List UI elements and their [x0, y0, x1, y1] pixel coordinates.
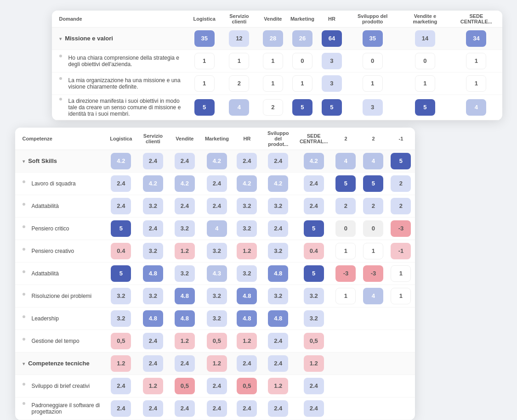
- cell: 2.4: [169, 150, 200, 172]
- cell: 4.2: [233, 172, 261, 195]
- cell: 2.4: [105, 375, 137, 397]
- cell: 3.2: [295, 285, 332, 307]
- bullet-icon: [23, 180, 25, 183]
- cell: 4: [200, 217, 233, 240]
- cell: 4.8: [169, 307, 200, 330]
- cell: 4.2: [105, 150, 137, 172]
- cell: 2.4: [105, 172, 137, 195]
- row-label: Adattabilità: [15, 195, 105, 217]
- front-col-sviluppo: Sviluppo del prodot...: [261, 128, 295, 150]
- back-col-logistica: Logistica: [190, 11, 219, 28]
- cell: 1: [219, 50, 259, 72]
- cell: [359, 375, 387, 397]
- table-row: ▾ Soft Skills 4.2 2.4 2.4 4.2 2.4 2.4 4.…: [15, 150, 415, 172]
- front-col-extra1: 2: [332, 128, 359, 150]
- table-row: Lavoro di squadra 2.4 4.2 4.2 2.4 4.2 4.…: [15, 172, 415, 195]
- cell: 0.4: [295, 240, 332, 262]
- cell: 2.4: [233, 397, 261, 420]
- cell: 4.2: [169, 172, 200, 195]
- table-row: Sviluppo di brief creativi 2.4 1.2 0,5 2…: [15, 375, 415, 397]
- front-col-vendite: Vendite: [169, 128, 200, 150]
- back-card: Domande Logistica Servizio clienti Vendi…: [52, 11, 502, 120]
- bullet-icon: [23, 383, 25, 386]
- cell: 5: [387, 150, 415, 172]
- cell: 3.2: [137, 240, 169, 262]
- cell: 1: [387, 262, 415, 285]
- cell: 2: [332, 195, 359, 217]
- cell: 3.2: [137, 285, 169, 307]
- cell: 0,5: [295, 330, 332, 352]
- cell: 4: [219, 95, 259, 120]
- cell: 3.2: [200, 240, 233, 262]
- cell: 1.2: [169, 330, 200, 352]
- cell: 4.8: [137, 307, 169, 330]
- cell: 35: [346, 27, 400, 50]
- cell: 5: [105, 217, 137, 240]
- cell: 1: [259, 72, 287, 95]
- front-col-logistica: Logistica: [105, 128, 137, 150]
- cell: 3.2: [169, 262, 200, 285]
- cell: 3.2: [261, 195, 295, 217]
- cell: 2.4: [261, 330, 295, 352]
- chevron-icon[interactable]: ▾: [23, 159, 25, 164]
- front-card: Competenze Logistica Servizio clienti Ve…: [15, 128, 415, 420]
- front-col-competenze: Competenze: [15, 128, 105, 150]
- row-label: La mia organizzazione ha una missione e …: [52, 72, 190, 95]
- table-row: Pensiero creativo 0.4 3.2 1.2 3.2 1.2 3.…: [15, 240, 415, 262]
- table-row: Gestione del tempo 0,5 2.4 1.2 0,5 1.2 2…: [15, 330, 415, 352]
- cell: 4.8: [137, 262, 169, 285]
- bullet-icon: [23, 225, 25, 228]
- chevron-icon[interactable]: ▾: [59, 36, 62, 41]
- cell: 4.8: [261, 262, 295, 285]
- cell: 5: [359, 172, 387, 195]
- cell: 2.4: [200, 195, 233, 217]
- cell: 26: [287, 27, 318, 50]
- cell: 3.2: [200, 285, 233, 307]
- row-label: Gestione del tempo: [15, 330, 105, 352]
- cell: 5: [105, 262, 137, 285]
- cell: 5: [287, 95, 318, 120]
- cell: 3: [318, 50, 346, 72]
- cell: [332, 352, 359, 375]
- back-col-servizio: Servizio clienti: [219, 11, 259, 28]
- bullet-icon: [59, 77, 62, 80]
- cell: 28: [259, 27, 287, 50]
- cell: 1.2: [233, 330, 261, 352]
- front-col-sede: SEDE CENTRAL...: [295, 128, 332, 150]
- cell: 2.4: [105, 195, 137, 217]
- cell: 1: [450, 72, 502, 95]
- section-label: ▾ Soft Skills: [15, 150, 105, 172]
- cell: 4.3: [200, 262, 233, 285]
- cell: 2.4: [295, 172, 332, 195]
- cell: 4.2: [261, 172, 295, 195]
- cell: 4.2: [137, 172, 169, 195]
- cell: 2.4: [200, 375, 233, 397]
- cell: 2: [259, 95, 287, 120]
- cell: 3.2: [105, 307, 137, 330]
- cell: 4.2: [295, 150, 332, 172]
- main-container: Domande Logistica Servizio clienti Vendi…: [15, 11, 502, 410]
- cell: 1.2: [200, 352, 233, 375]
- cell: 2: [387, 172, 415, 195]
- cell: 64: [318, 27, 346, 50]
- back-col-hr: HR: [318, 11, 346, 28]
- front-col-hr: HR: [233, 128, 261, 150]
- cell: 5: [400, 95, 451, 120]
- chevron-icon[interactable]: ▾: [23, 361, 25, 366]
- bullet-icon: [23, 338, 25, 341]
- cell: 3: [318, 72, 346, 95]
- cell: 1: [190, 72, 219, 95]
- cell: 2.4: [137, 352, 169, 375]
- front-col-extra3: -1: [387, 128, 415, 150]
- cell: 1: [190, 50, 219, 72]
- back-col-vendite: Vendite: [259, 11, 287, 28]
- cell: 34: [450, 27, 502, 50]
- cell: 2.4: [137, 150, 169, 172]
- cell: -3: [387, 217, 415, 240]
- cell: 3.2: [200, 307, 233, 330]
- row-label: Padroneggiare il software di progettazio…: [15, 397, 105, 420]
- cell: 3: [346, 95, 400, 120]
- cell: 2.4: [169, 195, 200, 217]
- cell: 2.4: [261, 397, 295, 420]
- cell: 0: [287, 50, 318, 72]
